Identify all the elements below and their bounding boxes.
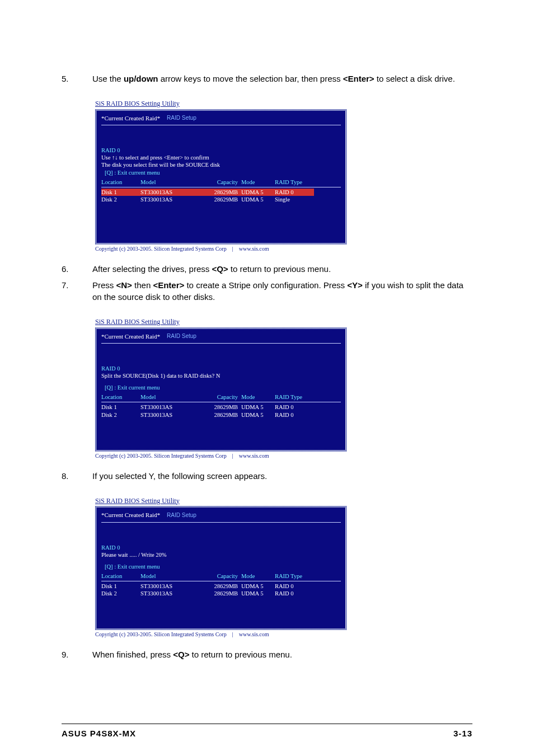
current-created-raid: *Current Created Raid*: [101, 511, 160, 519]
separator: |: [232, 631, 233, 638]
current-created-raid: *Current Created Raid*: [101, 114, 160, 123]
text: When finished, press: [92, 650, 173, 659]
text: to select a disk drive.: [374, 74, 455, 83]
cell: UDMA 5: [241, 189, 275, 196]
cell: Single: [275, 196, 314, 203]
table-row: Disk 2 ST330013AS 28629MB UDMA 5 RAID 0: [101, 590, 341, 597]
current-created-raid: *Current Created Raid*: [101, 332, 160, 341]
cell: UDMA 5: [241, 403, 275, 411]
text: then: [132, 280, 153, 290]
key: <Enter>: [153, 280, 184, 290]
cell: ST330013AS: [140, 189, 196, 196]
progress-line: Please wait ..... / Write 20%: [101, 551, 341, 558]
table-row: Disk 1 ST330013AS 28629MB UDMA 5 RAID 0: [101, 403, 341, 411]
cell: RAID 0: [275, 583, 314, 590]
step-8: 8. If you selected Y, the following scre…: [62, 470, 472, 482]
col-mode: Mode: [241, 179, 275, 186]
raid-type: RAID 0: [101, 365, 341, 372]
key: <N>: [116, 280, 132, 290]
copyright: Copyright (c) 2003-2005. Silicon Integra…: [95, 452, 227, 460]
key: up/down: [124, 74, 158, 83]
prompt-line: Split the SOURCE(Disk 1) data to RAID di…: [101, 372, 341, 379]
col-model: Model: [140, 572, 196, 580]
exit-hint: [Q] : Exit current menu: [105, 384, 341, 391]
bios-footer: Copyright (c) 2003-2005. Silicon Integra…: [95, 245, 347, 253]
copyright: Copyright (c) 2003-2005. Silicon Integra…: [95, 631, 227, 638]
cell: 28629MB: [196, 189, 241, 196]
url: www.sis.com: [239, 452, 269, 460]
cell: ST330013AS: [140, 196, 196, 203]
step-list: 9. When finished, press <Q> to return to…: [62, 649, 472, 665]
col-raid-type: RAID Type: [275, 393, 314, 401]
bios-panel: *Current Created Raid* RAID Setup RAID 0…: [97, 111, 345, 243]
bios-title: SiS RAID BIOS Setting Utility: [95, 317, 347, 327]
step-5: 5. Use the up/down arrow keys to move th…: [62, 73, 472, 84]
separator: |: [232, 245, 233, 253]
col-capacity: Capacity: [196, 572, 241, 580]
step-text: When finished, press <Q> to return to pr…: [92, 649, 472, 660]
table-row: Disk 1 ST330013AS 28629MB UDMA 5 RAID 0: [101, 583, 341, 590]
footer-right: 3-13: [453, 727, 472, 739]
bios-panel: *Current Created Raid* RAID Setup RAID 0…: [97, 508, 345, 628]
cell: RAID 0: [275, 189, 314, 196]
col-mode: Mode: [241, 572, 275, 580]
bios-frame: *Current Created Raid* RAID Setup RAID 0…: [95, 109, 347, 245]
step-list: 8. If you selected Y, the following scre…: [62, 470, 472, 486]
step-7: 7. Press <N> then <Enter> to create a St…: [62, 279, 472, 303]
raid-setup-label: RAID Setup: [167, 114, 196, 122]
step-number: 8.: [62, 470, 92, 482]
key: <Q>: [173, 650, 189, 659]
bios-screenshot-3: SiS RAID BIOS Setting Utility *Current C…: [95, 496, 347, 639]
col-capacity: Capacity: [196, 393, 241, 401]
text: Press: [92, 280, 116, 290]
step-number: 9.: [62, 649, 92, 660]
text: to create a Stripe only configuration. P…: [184, 280, 347, 290]
raid-setup-label: RAID Setup: [167, 511, 196, 519]
url: www.sis.com: [239, 631, 269, 638]
key: <Y>: [347, 280, 363, 290]
cell: ST330013AS: [140, 411, 196, 419]
footer-left: ASUS P4S8X-MX: [62, 727, 136, 739]
cell: 28629MB: [196, 590, 241, 597]
cell: Disk 2: [101, 411, 140, 419]
table-row: Disk 2 ST330013AS 28629MB UDMA 5 RAID 0: [101, 411, 341, 419]
cell: Disk 1: [101, 583, 140, 590]
bios-screenshot-1: SiS RAID BIOS Setting Utility *Current C…: [95, 99, 347, 253]
bios-screenshot-2: SiS RAID BIOS Setting Utility *Current C…: [95, 317, 347, 460]
cell: Disk 2: [101, 196, 140, 203]
step-6: 6. After selecting the drives, press <Q>…: [62, 263, 472, 275]
cell: 28629MB: [196, 411, 241, 419]
cell: RAID 0: [275, 403, 314, 411]
cell: Disk 1: [101, 189, 140, 196]
cell: RAID 0: [275, 411, 314, 419]
col-capacity: Capacity: [196, 179, 241, 186]
cell: RAID 0: [275, 590, 314, 597]
step-text: After selecting the drives, press <Q> to…: [92, 263, 472, 275]
step-list: 5. Use the up/down arrow keys to move th…: [62, 73, 472, 89]
bios-footer: Copyright (c) 2003-2005. Silicon Integra…: [95, 452, 347, 460]
instruction-line: Use ↑↓ to select and press <Enter> to co…: [101, 154, 341, 161]
text: to return to previous menu.: [228, 264, 331, 274]
exit-hint: [Q] : Exit current menu: [105, 169, 341, 176]
raid-setup-label: RAID Setup: [167, 332, 196, 340]
step-text: If you selected Y, the following screen …: [92, 470, 472, 482]
step-number: 6.: [62, 263, 92, 275]
cell: Disk 1: [101, 403, 140, 411]
text: Use the: [92, 74, 124, 83]
col-raid-type: RAID Type: [275, 572, 314, 580]
copyright: Copyright (c) 2003-2005. Silicon Integra…: [95, 245, 227, 253]
key: <Q>: [212, 264, 228, 274]
step-number: 7.: [62, 279, 92, 303]
cell: UDMA 5: [241, 590, 275, 597]
col-raid-type: RAID Type: [275, 179, 314, 186]
step-text: Press <N> then <Enter> to create a Strip…: [92, 279, 472, 303]
bios-footer: Copyright (c) 2003-2005. Silicon Integra…: [95, 631, 347, 638]
disk-table-header: Location Model Capacity Mode RAID Type: [101, 179, 341, 186]
bios-title: SiS RAID BIOS Setting Utility: [95, 99, 347, 109]
step-9: 9. When finished, press <Q> to return to…: [62, 649, 472, 660]
key: <Enter>: [343, 74, 374, 83]
cell: Disk 2: [101, 590, 140, 597]
cell: UDMA 5: [241, 583, 275, 590]
text: to return to previous menu.: [189, 650, 292, 659]
text: After selecting the drives, press: [92, 264, 212, 274]
